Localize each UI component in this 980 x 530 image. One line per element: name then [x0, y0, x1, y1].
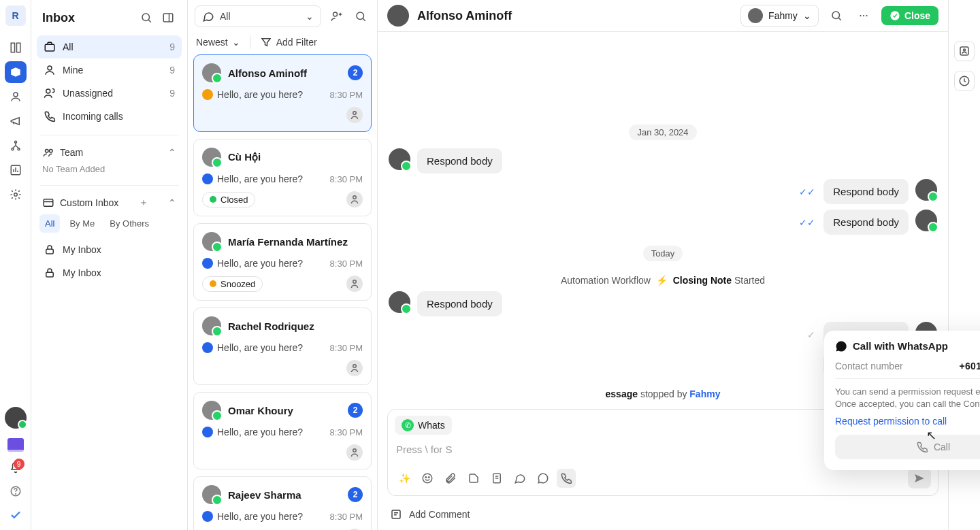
call-popover: Call with WhatsApp Beta Contact number +…: [824, 331, 980, 470]
inbox-item-calls[interactable]: Incoming calls: [37, 105, 182, 128]
activity-panel-toggle[interactable]: [954, 71, 975, 91]
more-icon: [858, 10, 870, 22]
assignee-avatar: [346, 191, 363, 208]
contact-name: Alfonso Aminoff: [228, 67, 341, 79]
status-dot: [202, 511, 213, 522]
conversation-card[interactable]: Rachel Rodriquez Hello, are you here? 8:…: [193, 308, 372, 385]
nav-notifications[interactable]: 9: [10, 461, 22, 476]
custom-inbox-item[interactable]: My Inbox: [37, 238, 182, 261]
timestamp: 8:30 PM: [330, 90, 363, 100]
nav-dashboard[interactable]: [5, 37, 27, 59]
avatar: [202, 485, 221, 504]
workspace-avatar[interactable]: R: [5, 5, 26, 26]
conversation-card[interactable]: Omar Khoury 2 Hello, are you here? 8:30 …: [193, 392, 372, 469]
add-comment-button[interactable]: Add Comment: [378, 501, 948, 530]
paperclip-icon: [444, 472, 457, 484]
current-user-avatar[interactable]: [5, 407, 27, 429]
conversation-card[interactable]: Cù Hội Hello, are you here? 8:30 PM Clos…: [193, 139, 372, 216]
custom-inbox-header[interactable]: Custom Inbox ＋ ⌃: [31, 190, 187, 212]
assignee-filter[interactable]: [327, 7, 346, 26]
conversation-card[interactable]: Rajeev Sharma 2 Hello, are you here? 8:3…: [193, 476, 372, 530]
team-header[interactable]: Team ⌃: [31, 139, 187, 161]
contact-name: Cù Hội: [228, 151, 363, 163]
conversation-card[interactable]: María Fernanda Martínez Hello, are you h…: [193, 223, 372, 301]
attach-button[interactable]: [441, 469, 460, 488]
avatar: [202, 148, 221, 167]
inbox-collapse[interactable]: [160, 10, 176, 26]
thread-more[interactable]: [854, 6, 873, 25]
label: My Inbox: [63, 267, 101, 278]
svg-point-2: [14, 93, 18, 97]
nav-org[interactable]: [5, 135, 27, 156]
svg-rect-0: [11, 43, 14, 52]
add-filter-button[interactable]: Add Filter: [260, 36, 317, 48]
nav-inbox[interactable]: [5, 61, 27, 83]
svg-point-22: [353, 112, 357, 115]
count: 9: [169, 65, 175, 76]
phone-icon: [44, 110, 56, 122]
svg-point-25: [353, 365, 357, 368]
plus-icon[interactable]: ＋: [139, 197, 148, 209]
channel-selector[interactable]: ✆ Whats: [395, 416, 452, 435]
user-circle-icon: [10, 90, 22, 103]
status-dot: [202, 342, 213, 353]
contact-panel-toggle[interactable]: [954, 41, 975, 61]
snippet-button[interactable]: [487, 469, 506, 488]
bookmark-icon: [491, 472, 503, 484]
whatsapp-button[interactable]: [534, 469, 553, 488]
contact-avatar[interactable]: [387, 5, 409, 27]
inbox-search[interactable]: [138, 10, 154, 26]
tab-by-me[interactable]: By Me: [64, 214, 100, 233]
inbox-title: Inbox: [42, 11, 133, 25]
nav-broadcast[interactable]: [5, 110, 27, 132]
call-button[interactable]: [557, 469, 576, 488]
list-search[interactable]: [351, 7, 370, 26]
unread-badge: 2: [348, 487, 363, 502]
tab-all[interactable]: All: [39, 214, 60, 233]
tab-by-others[interactable]: By Others: [104, 214, 154, 233]
nav-settings[interactable]: [5, 184, 27, 205]
whatsapp-icon: [835, 340, 847, 352]
conversation-card[interactable]: Alfonso Aminoff 2 Hello, are you here? 8…: [193, 54, 372, 132]
filter-dropdown[interactable]: All ⌄: [195, 5, 321, 27]
magic-wand-button[interactable]: ✨: [395, 469, 414, 488]
inbox-item-unassigned[interactable]: Unassigned 9: [37, 82, 182, 105]
message-bubble: Respond body: [823, 179, 909, 204]
nav-status[interactable]: [10, 509, 22, 523]
chevron-up-icon: ⌃: [168, 147, 176, 158]
message-outgoing: ✓✓ Respond body: [389, 179, 937, 204]
preview-text: Hello, are you here?: [217, 89, 326, 100]
search-icon: [140, 12, 152, 24]
svg-point-16: [50, 150, 53, 153]
contact-name: Omar Khoury: [228, 405, 341, 416]
avatar: [202, 316, 221, 335]
nav-help[interactable]: [10, 485, 22, 499]
nav-reports[interactable]: [5, 159, 27, 181]
nav-docs[interactable]: [7, 438, 24, 452]
system-event: Automation Workflow ⚡ Closing Note Start…: [389, 275, 937, 286]
thread-search[interactable]: [827, 6, 846, 25]
date-separator: Jan 30, 2024: [629, 125, 696, 140]
permission-note: You can send a permission request every …: [835, 386, 980, 410]
nav-contacts[interactable]: [5, 86, 27, 107]
emoji-button[interactable]: [418, 469, 437, 488]
chevron-down-icon: ⌄: [306, 11, 314, 22]
help-icon: [10, 485, 22, 497]
svg-point-30: [863, 15, 864, 16]
unread-badge: 2: [348, 65, 363, 80]
close-button[interactable]: Close: [881, 6, 938, 25]
request-permission-link[interactable]: Request permission to call: [835, 416, 980, 427]
status-dot: [202, 89, 213, 100]
sticker-button[interactable]: [464, 469, 483, 488]
sort-dropdown[interactable]: Newest ⌄: [196, 37, 240, 48]
send-button[interactable]: [908, 468, 931, 488]
svg-point-24: [353, 280, 357, 284]
label: My Inbox: [63, 244, 101, 255]
quick-reply-button[interactable]: [510, 469, 529, 488]
read-ticks-icon: ✓✓: [799, 186, 815, 197]
avatar: [202, 232, 221, 251]
inbox-item-mine[interactable]: Mine 9: [37, 59, 182, 82]
inbox-item-all[interactable]: All 9: [37, 35, 182, 59]
assignee-dropdown[interactable]: Fahmy ⌄: [740, 5, 819, 27]
custom-inbox-item[interactable]: My Inbox: [37, 261, 182, 284]
